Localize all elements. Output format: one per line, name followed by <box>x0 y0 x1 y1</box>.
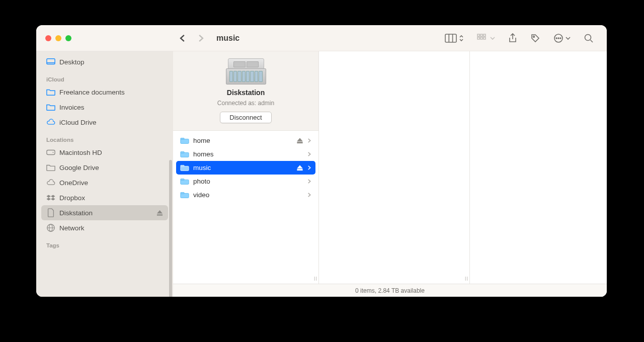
share-label: homes <box>193 150 214 158</box>
chevron-right-icon <box>307 165 311 170</box>
eject-icon[interactable] <box>156 210 163 216</box>
sidebar-item-label: OneDrive <box>59 179 88 187</box>
svg-rect-3 <box>477 34 479 36</box>
content: Diskstation Connected as: admin Disconne… <box>173 51 607 297</box>
sidebar-item-desktop[interactable]: Desktop <box>41 54 168 69</box>
sidebar-item-dropbox[interactable]: Dropbox <box>41 190 168 205</box>
sidebar-item-label: Network <box>59 224 85 232</box>
column-1: Diskstation Connected as: admin Disconne… <box>173 51 319 284</box>
columns: Diskstation Connected as: admin Disconne… <box>173 51 607 284</box>
sidebar-item-label: Macintosh HD <box>59 149 102 156</box>
group-by-button[interactable] <box>477 34 495 43</box>
shared-folder-icon <box>180 192 189 199</box>
share-row-home[interactable]: home <box>176 134 315 147</box>
forward-button[interactable] <box>196 34 205 43</box>
sidebar-item-freelance[interactable]: Freelance documents <box>41 84 168 100</box>
document-icon <box>46 208 55 217</box>
svg-rect-18 <box>47 150 55 155</box>
sidebar-item-network[interactable]: Network <box>41 220 168 235</box>
finder-window: music <box>36 25 607 297</box>
column-2: ll <box>319 51 470 284</box>
svg-rect-31 <box>297 169 302 170</box>
svg-rect-20 <box>157 214 163 215</box>
window-title: music <box>216 34 239 43</box>
desktop-icon <box>46 57 55 66</box>
sidebar: Desktop iCloud Freelance documents Invoi… <box>36 51 173 297</box>
search-icon <box>584 33 594 43</box>
shared-folder-icon <box>180 151 189 158</box>
svg-rect-4 <box>480 34 482 36</box>
folder-icon <box>46 88 55 97</box>
toolbar: music <box>36 25 607 51</box>
svg-rect-16 <box>47 59 55 64</box>
globe-icon <box>46 223 55 232</box>
chevron-down-icon <box>566 36 571 40</box>
share-row-music[interactable]: music <box>176 161 315 175</box>
eject-icon[interactable] <box>297 165 303 171</box>
sidebar-item-label: Desktop <box>59 58 85 66</box>
sidebar-item-macintosh-hd[interactable]: Macintosh HD <box>41 145 168 160</box>
svg-point-13 <box>560 38 561 39</box>
minimize-window-button[interactable] <box>55 35 61 41</box>
svg-rect-33 <box>181 179 184 180</box>
svg-rect-30 <box>181 165 184 166</box>
shared-folder-icon <box>180 137 189 144</box>
chevron-right-icon <box>307 193 311 197</box>
share-row-video[interactable]: video <box>176 188 315 202</box>
search-button[interactable] <box>584 33 594 43</box>
sidebar-header-tags: Tags <box>41 235 168 250</box>
share-row-photo[interactable]: photo <box>176 175 315 188</box>
svg-point-9 <box>533 36 535 37</box>
svg-rect-8 <box>484 37 486 39</box>
column-resize-handle[interactable]: ll <box>314 276 317 282</box>
toolbar-right <box>445 33 607 43</box>
folder-icon <box>46 103 55 112</box>
sidebar-item-icloud-drive[interactable]: iCloud Drive <box>41 115 168 130</box>
fullscreen-window-button[interactable] <box>65 35 71 41</box>
column-3 <box>470 51 607 284</box>
svg-rect-35 <box>181 192 184 194</box>
share-button[interactable] <box>508 33 517 43</box>
sidebar-header-icloud: iCloud <box>41 69 168 84</box>
share-label: photo <box>193 178 210 185</box>
chevron-right-icon <box>307 138 311 143</box>
sidebar-item-invoices[interactable]: Invoices <box>41 100 168 115</box>
chevron-down-icon <box>490 36 495 40</box>
server-icon <box>226 58 266 84</box>
chevron-right-icon <box>307 152 311 156</box>
svg-rect-26 <box>297 142 302 143</box>
sidebar-scrollbar[interactable] <box>169 160 172 297</box>
cloud-icon <box>46 178 55 187</box>
sidebar-item-diskstation[interactable]: Diskstation <box>41 205 168 220</box>
status-bar: 0 items, 2.84 TB available <box>173 284 607 297</box>
column-resize-handle[interactable]: ll <box>465 276 468 282</box>
sidebar-item-google-drive[interactable]: Google Drive <box>41 160 168 175</box>
sidebar-item-label: iCloud Drive <box>59 119 97 126</box>
sidebar-item-onedrive[interactable]: OneDrive <box>41 175 168 190</box>
back-button[interactable] <box>178 34 187 43</box>
svg-rect-28 <box>181 151 184 153</box>
more-button[interactable] <box>553 33 571 43</box>
dropbox-icon <box>46 193 55 202</box>
sidebar-header-locations: Locations <box>41 130 168 145</box>
tags-button[interactable] <box>530 33 540 43</box>
shared-folder-icon <box>180 164 189 172</box>
view-columns-button[interactable] <box>445 34 464 43</box>
cloud-icon <box>46 118 55 127</box>
svg-point-12 <box>558 38 559 39</box>
sidebar-item-label: Freelance documents <box>59 89 125 96</box>
svg-rect-7 <box>480 37 482 39</box>
share-label: home <box>193 137 210 144</box>
svg-rect-5 <box>484 34 486 36</box>
share-label: music <box>193 164 211 172</box>
share-row-homes[interactable]: homes <box>176 147 315 161</box>
sidebar-item-label: Google Drive <box>59 164 99 172</box>
disconnect-button[interactable]: Disconnect <box>220 112 271 123</box>
view-switch-icon <box>459 34 464 42</box>
folder-icon <box>46 163 55 172</box>
close-window-button[interactable] <box>45 35 51 41</box>
svg-point-11 <box>556 38 557 39</box>
eject-icon[interactable] <box>297 138 303 144</box>
svg-line-15 <box>591 40 593 42</box>
share-list: homehomesmusicphotovideo <box>173 131 318 205</box>
